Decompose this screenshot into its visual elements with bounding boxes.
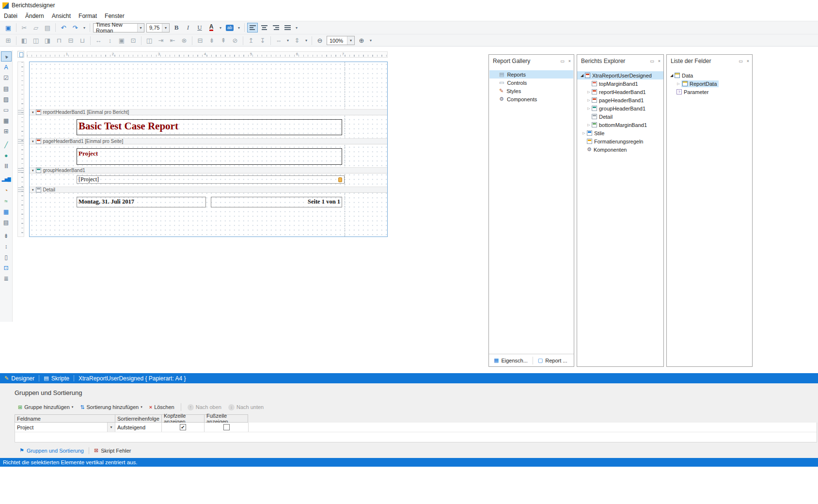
picture-tool[interactable]: ▨ <box>1 94 12 104</box>
sparkline-tool[interactable]: ≈ <box>1 196 12 206</box>
date-label[interactable]: Montag, 31. Juli 2017 <box>77 197 206 207</box>
tree-node-formatting-rules[interactable]: Formatierungsregeln <box>577 137 663 145</box>
tree-node-styles[interactable]: ▷ Stile <box>577 129 663 137</box>
float-panel-icon[interactable]: ▭ <box>560 59 565 63</box>
font-color-button[interactable]: A <box>206 23 217 32</box>
barcode-tool[interactable]: ∥∥ <box>1 161 12 171</box>
collapse-band-icon[interactable]: ▾ <box>32 188 34 192</box>
zoom-combo[interactable]: 100% ▾ <box>327 36 355 45</box>
v-spacing-decrease-button[interactable]: ⇞ <box>218 36 229 46</box>
collapse-band-icon[interactable]: ▾ <box>32 169 34 173</box>
menu-ansicht[interactable]: Ansicht <box>48 11 75 21</box>
font-color-dropdown[interactable]: ▾ <box>218 23 223 32</box>
cross-band-line-tool[interactable]: ↕ <box>1 241 12 252</box>
redo-dropdown[interactable]: ▾ <box>81 23 87 32</box>
send-to-back-button[interactable]: ↧ <box>257 36 268 46</box>
tree-node-bottom-margin[interactable]: ▷ bottomMarginBand1 <box>577 121 663 129</box>
expander-icon[interactable]: ▷ <box>586 107 592 110</box>
align-left-button[interactable] <box>247 23 258 32</box>
align-justify-button[interactable] <box>282 23 293 32</box>
band-grip[interactable] <box>18 110 24 114</box>
expander-icon[interactable]: ▷ <box>581 131 587 135</box>
tab-designer[interactable]: ✎ Designer <box>0 373 39 383</box>
band-header-detail[interactable]: ▾ Detail <box>30 187 387 193</box>
page-number-label[interactable]: Seite 1 von 1 <box>211 197 342 207</box>
v-spacing-increase-button[interactable]: ⇟ <box>206 36 217 46</box>
align-middles-button[interactable]: ⊟ <box>65 36 76 46</box>
show-header-checkbox[interactable]: ✔ <box>180 424 186 430</box>
move-down-button[interactable]: ↓ Nach unten <box>225 402 267 412</box>
menu-datei[interactable]: Datei <box>0 11 21 21</box>
align-dropdown[interactable]: ▾ <box>294 23 299 32</box>
save-button[interactable]: ▣ <box>3 23 14 32</box>
checkbox-tool[interactable]: ☑ <box>1 73 12 83</box>
tree-node-top-margin[interactable]: topMarginBand1 <box>577 79 663 88</box>
zoom-in-button[interactable]: ⊕ <box>356 36 367 46</box>
same-height-button[interactable]: ↕ <box>105 36 115 46</box>
expander-icon[interactable]: ◢ <box>669 73 675 78</box>
tree-node-data[interactable]: ◢ Data <box>667 71 752 79</box>
tab-eigenschaften[interactable]: ▦ Eigensch... <box>489 354 533 366</box>
align-center-button[interactable] <box>259 23 269 32</box>
chart-tool[interactable]: ▂▅▇ <box>1 174 12 185</box>
center-horizontally-button[interactable]: ⇔ <box>273 36 284 46</box>
tab-report-explorer[interactable]: ▢ Report ... <box>533 354 572 366</box>
subreport-tool[interactable]: ⊡ <box>1 263 12 273</box>
show-footer-checkbox[interactable] <box>223 424 230 430</box>
align-bottom-edges-button[interactable]: ⊔ <box>77 36 88 46</box>
field-dropdown[interactable]: ▾ <box>107 423 115 432</box>
undo-button[interactable]: ↶ <box>58 23 69 32</box>
shape-tool[interactable]: ● <box>1 150 12 160</box>
gauge-tool[interactable]: ◔ <box>1 185 12 195</box>
same-width-button[interactable]: ↔ <box>93 36 104 46</box>
table-tool[interactable]: ▦ <box>1 115 12 126</box>
font-size-combo[interactable]: 9,75 ▾ <box>146 23 170 32</box>
align-right-button[interactable] <box>270 23 281 32</box>
v-spacing-remove-button[interactable]: ⊘ <box>230 36 240 46</box>
copy-button[interactable]: ▱ <box>31 23 41 32</box>
tab-skripte[interactable]: ▤ Skripte <box>39 373 74 383</box>
richtext-tool[interactable]: ▤ <box>1 83 12 94</box>
bold-button[interactable]: B <box>171 23 182 32</box>
design-surface[interactable]: ▾ reportHeaderBand1 [Einmal pro Bericht]… <box>29 62 388 237</box>
close-panel-icon[interactable]: × <box>747 59 749 63</box>
pivot-grid-tool[interactable]: ▦ <box>1 206 12 217</box>
collapse-band-icon[interactable]: ▾ <box>32 140 34 143</box>
gallery-item-controls[interactable]: ▭ Controls <box>489 79 573 87</box>
page-info-tool[interactable]: ▤ <box>1 217 12 227</box>
menu-aendern[interactable]: Ändern <box>21 11 48 21</box>
h-spacing-decrease-button[interactable]: ⇤ <box>167 36 178 46</box>
expander-icon[interactable]: ▷ <box>586 98 592 102</box>
band-grip[interactable] <box>18 168 24 173</box>
expander-icon[interactable]: ◢ <box>579 73 585 78</box>
page-break-tool[interactable]: ⇟ <box>1 231 12 241</box>
cut-button[interactable]: ✂ <box>19 23 30 32</box>
panel-tool[interactable]: ▭ <box>1 105 12 115</box>
tree-node-report[interactable]: ◢ XtraReportUserDesigned <box>577 71 663 79</box>
close-panel-icon[interactable]: × <box>658 59 661 63</box>
v-spacing-equal-button[interactable]: ⊟ <box>195 36 205 46</box>
close-panel-icon[interactable]: × <box>568 59 571 63</box>
band-header-report-header[interactable]: ▾ reportHeaderBand1 [Einmal pro Bericht] <box>30 109 387 115</box>
font-name-combo[interactable]: Times New Roman ▾ <box>93 23 144 32</box>
expander-icon[interactable]: ▷ <box>676 82 681 86</box>
line-tool[interactable]: ╱ <box>1 140 12 150</box>
float-panel-icon[interactable]: ▭ <box>650 59 654 63</box>
float-panel-icon[interactable]: ▭ <box>739 59 743 63</box>
h-spacing-remove-button[interactable]: ⊗ <box>179 36 189 46</box>
field-cell[interactable]: Project ▾ <box>15 423 115 432</box>
gallery-item-styles[interactable]: ✎ Styles <box>489 87 573 95</box>
gallery-item-components[interactable]: ⚙ Components <box>489 95 573 103</box>
band-header-page-header[interactable]: ▾ pageHeaderBand1 [Einmal pro Seite] <box>30 138 387 144</box>
redo-button[interactable]: ↷ <box>70 23 80 32</box>
align-right-edges-button[interactable]: ◨ <box>42 36 53 46</box>
band-grip[interactable] <box>18 188 24 192</box>
tree-node-parameter[interactable]: ? Parameter <box>667 88 752 96</box>
delete-button[interactable]: × Löschen <box>146 402 178 412</box>
column-header-fusszeile[interactable]: Fußzeile anzeigen <box>204 414 248 423</box>
size-to-grid-button[interactable]: ⊡ <box>128 36 139 46</box>
band-header-group-header[interactable]: ▾ groupHeaderBand1 <box>30 167 387 173</box>
snap-to-grid-button[interactable]: ⊞ <box>3 36 14 46</box>
align-top-edges-button[interactable]: ⊓ <box>54 36 64 46</box>
expander-icon[interactable]: ▷ <box>586 90 592 94</box>
